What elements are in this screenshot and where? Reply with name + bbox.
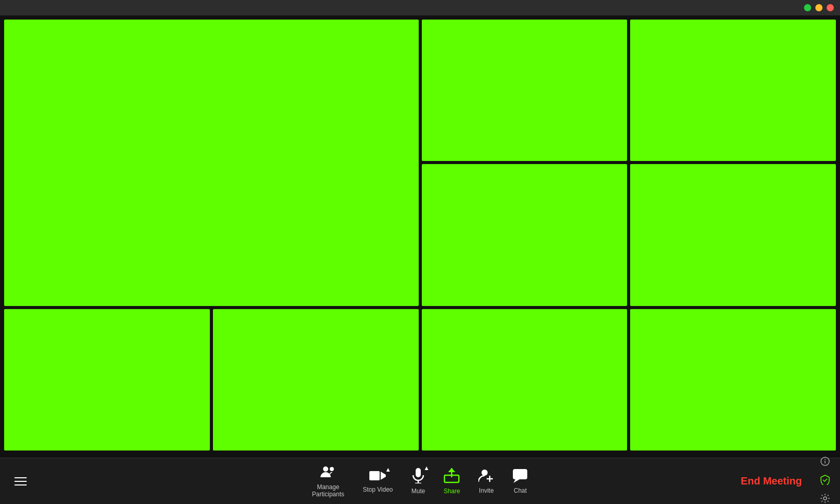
video-cell: [213, 309, 419, 451]
video-cell: [422, 164, 628, 305]
title-bar: [0, 0, 840, 15]
manage-participants-label: ManageParticipants: [312, 483, 345, 498]
stop-video-caret: ▲: [385, 466, 391, 473]
svg-rect-4: [416, 468, 421, 477]
window-btn-yellow[interactable]: [815, 4, 823, 11]
window-btn-red[interactable]: [827, 4, 834, 11]
invite-button[interactable]: Invite: [478, 469, 494, 494]
svg-point-1: [330, 467, 334, 471]
stop-video-button[interactable]: ▲ Stop Video: [363, 470, 393, 493]
mute-button[interactable]: ▲ Mute: [412, 468, 425, 495]
chat-icon: [512, 469, 528, 485]
chat-label: Chat: [514, 487, 527, 494]
info-icon[interactable]: [820, 457, 830, 469]
mute-label: Mute: [412, 488, 425, 495]
security-icon[interactable]: [820, 475, 830, 488]
manage-participants-button[interactable]: ManageParticipants: [312, 465, 345, 498]
mute-caret: ▲: [423, 465, 430, 471]
video-area: [0, 15, 840, 458]
toolbar-right: End Meeting: [732, 457, 830, 504]
video-cell: [4, 309, 210, 451]
manage-participants-icon: [320, 465, 336, 481]
svg-rect-13: [513, 469, 527, 479]
svg-point-18: [824, 497, 827, 500]
stop-video-label: Stop Video: [363, 486, 393, 493]
video-grid: [4, 20, 836, 454]
settings-panel: [820, 457, 830, 504]
menu-line-1: [14, 477, 27, 478]
share-icon: [443, 468, 460, 485]
window-btn-green[interactable]: [804, 4, 811, 11]
mute-icon: ▲: [412, 468, 424, 485]
stop-video-icon: ▲: [369, 470, 386, 484]
svg-marker-9: [448, 468, 455, 472]
share-button[interactable]: Share: [443, 468, 460, 495]
video-cell: [422, 309, 628, 451]
svg-rect-2: [369, 471, 380, 480]
svg-point-17: [825, 459, 826, 460]
video-cell-large: [4, 20, 419, 306]
svg-point-0: [323, 466, 328, 472]
video-cell: [630, 20, 836, 161]
menu-line-3: [14, 484, 27, 485]
gear-icon[interactable]: [820, 494, 830, 504]
invite-label: Invite: [479, 487, 494, 494]
end-meeting-button[interactable]: End Meeting: [732, 471, 810, 491]
video-cell: [422, 20, 628, 161]
menu-button[interactable]: [10, 473, 31, 490]
svg-point-10: [481, 470, 488, 476]
svg-marker-14: [513, 479, 520, 483]
invite-icon: [478, 469, 494, 485]
chat-button[interactable]: Chat: [512, 469, 528, 494]
toolbar: ManageParticipants ▲ Stop Video: [0, 458, 840, 504]
share-label: Share: [443, 488, 460, 495]
video-cell: [630, 164, 836, 305]
toolbar-center: ManageParticipants ▲ Stop Video: [312, 465, 528, 498]
video-cell: [630, 309, 836, 451]
menu-line-2: [14, 481, 27, 482]
